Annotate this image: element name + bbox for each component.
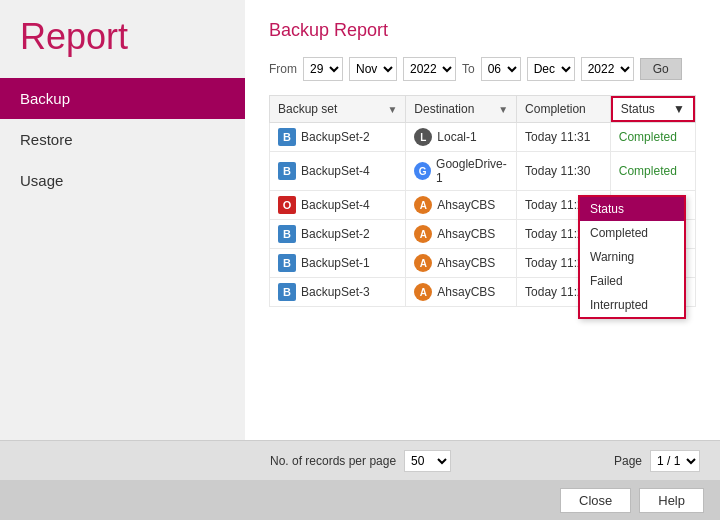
destination-name: AhsayCBS (437, 285, 495, 299)
col-destination[interactable]: Destination ▼ (406, 96, 517, 123)
to-year-select[interactable]: 2022 (581, 57, 634, 81)
cell-destination-3: A AhsayCBS (406, 220, 517, 249)
help-button[interactable]: Help (639, 488, 704, 513)
records-label: No. of records per page (270, 454, 396, 468)
to-day-select[interactable]: 06 (481, 57, 521, 81)
to-month-select[interactable]: Dec (527, 57, 575, 81)
col-completion: Completion (517, 96, 611, 123)
sidebar-item-backup[interactable]: Backup (0, 78, 245, 119)
table-row: B BackupSet-2 L Local-1 Today 11:31 Comp… (270, 123, 696, 152)
destination-name: GoogleDrive-1 (436, 157, 508, 185)
page-label: Page (614, 454, 642, 468)
status-dropdown-arrow: ▼ (673, 102, 685, 116)
destination-name: AhsayCBS (437, 198, 495, 212)
cell-destination-1: G GoogleDrive-1 (406, 152, 517, 191)
table-row: B BackupSet-4 G GoogleDrive-1 Today 11:3… (270, 152, 696, 191)
sidebar: Report Backup Restore Usage (0, 0, 245, 440)
cell-backup-set-4: B BackupSet-1 (270, 249, 406, 278)
destination-name: AhsayCBS (437, 256, 495, 270)
app-title: Report (0, 0, 245, 78)
cell-destination-4: A AhsayCBS (406, 249, 517, 278)
status-option-completed[interactable]: Completed (580, 221, 684, 245)
destination-icon: A (414, 225, 432, 243)
cell-completion-1: Today 11:30 (517, 152, 611, 191)
backup-set-dropdown-arrow: ▼ (387, 104, 397, 115)
cell-backup-set-0: B BackupSet-2 (270, 123, 406, 152)
page-select[interactable]: 1 / 1 (650, 450, 700, 472)
main-content: Backup Report From 29 Nov 2022 To 06 Dec… (245, 0, 720, 440)
cell-backup-set-1: B BackupSet-4 (270, 152, 406, 191)
status-dropdown-button[interactable]: Status ▼ (611, 96, 695, 122)
backup-set-name: BackupSet-2 (301, 227, 370, 241)
go-button[interactable]: Go (640, 58, 682, 80)
backup-set-name: BackupSet-1 (301, 256, 370, 270)
col-backup-set[interactable]: Backup set ▼ (270, 96, 406, 123)
records-per-page-section: No. of records per page 50 25 100 (270, 450, 451, 472)
close-button[interactable]: Close (560, 488, 631, 513)
status-option-interrupted[interactable]: Interrupted (580, 293, 684, 317)
backup-set-name: BackupSet-4 (301, 164, 370, 178)
cell-backup-set-2: O BackupSet-4 (270, 191, 406, 220)
backup-set-icon: B (278, 283, 296, 301)
page-title: Backup Report (269, 20, 696, 41)
backup-set-name: BackupSet-4 (301, 198, 370, 212)
status-dropdown-menu: Status Completed Warning Failed Interrup… (578, 195, 686, 319)
cell-completion-0: Today 11:31 (517, 123, 611, 152)
from-month-select[interactable]: Nov (349, 57, 397, 81)
cell-destination-0: L Local-1 (406, 123, 517, 152)
footer-bar: No. of records per page 50 25 100 Page 1… (0, 440, 720, 480)
destination-name: Local-1 (437, 130, 476, 144)
status-option-warning[interactable]: Warning (580, 245, 684, 269)
backup-set-name: BackupSet-2 (301, 130, 370, 144)
backup-set-name: BackupSet-3 (301, 285, 370, 299)
cell-backup-set-5: B BackupSet-3 (270, 278, 406, 307)
to-label: To (462, 62, 475, 76)
from-label: From (269, 62, 297, 76)
destination-icon: L (414, 128, 432, 146)
destination-icon: A (414, 283, 432, 301)
col-status[interactable]: Status ▼ (610, 96, 695, 123)
cell-status-0: Completed (610, 123, 695, 152)
destination-icon: A (414, 254, 432, 272)
status-option-status[interactable]: Status (580, 197, 684, 221)
sidebar-item-restore[interactable]: Restore (0, 119, 245, 160)
cell-backup-set-3: B BackupSet-2 (270, 220, 406, 249)
destination-dropdown-arrow: ▼ (498, 104, 508, 115)
backup-set-icon: O (278, 196, 296, 214)
cell-destination-2: A AhsayCBS (406, 191, 517, 220)
destination-name: AhsayCBS (437, 227, 495, 241)
page-section: Page 1 / 1 (614, 450, 700, 472)
destination-icon: A (414, 196, 432, 214)
cell-status-1: Completed (610, 152, 695, 191)
backup-set-icon: B (278, 162, 296, 180)
sidebar-item-usage[interactable]: Usage (0, 160, 245, 201)
records-per-page-select[interactable]: 50 25 100 (404, 450, 451, 472)
bottom-bar: Close Help (0, 480, 720, 520)
table-wrapper: Backup set ▼ Destination ▼ (269, 95, 696, 307)
destination-icon: G (414, 162, 431, 180)
cell-destination-5: A AhsayCBS (406, 278, 517, 307)
status-option-failed[interactable]: Failed (580, 269, 684, 293)
backup-set-icon: B (278, 128, 296, 146)
backup-set-icon: B (278, 225, 296, 243)
filter-row: From 29 Nov 2022 To 06 Dec 2022 Go (269, 57, 696, 81)
from-day-select[interactable]: 29 (303, 57, 343, 81)
from-year-select[interactable]: 2022 (403, 57, 456, 81)
backup-set-icon: B (278, 254, 296, 272)
